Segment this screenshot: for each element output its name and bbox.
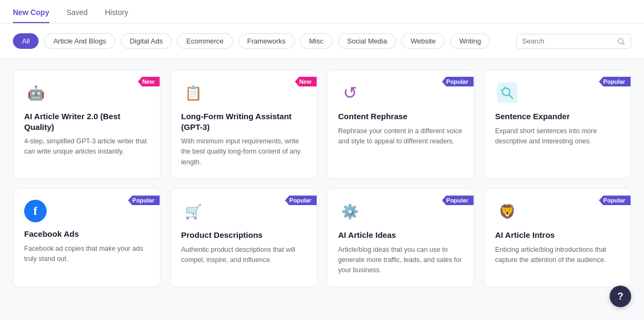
card-ai-article-intros[interactable]: 🦁 Popular AI Article Intros Enticing art… [484,188,632,287]
filter-chip-website[interactable]: Website [401,33,445,49]
card-icon-rephrase: ↺ [338,81,362,105]
tab-saved[interactable]: Saved [67,8,88,23]
card-long-form-writing[interactable]: 📋 New Long-Form Writing Assistant (GPT-3… [170,70,318,179]
card-icon-facebook: f [24,200,47,222]
card-title-8: AI Article Intros [495,230,620,241]
card-desc-7: Article/blog ideas that you can use to g… [338,245,463,276]
card-facebook-ads[interactable]: f Popular Facebook Ads Facebook ad copie… [13,188,160,287]
card-icon-cart: 🛒 [181,200,205,223]
badge-popular-5: Popular [128,195,160,205]
tab-history[interactable]: History [105,8,128,23]
card-desc-3: Rephrase your content in a different voi… [338,126,463,147]
card-desc-4: Expand short sentences into more descrip… [495,126,620,147]
card-ai-article-writer[interactable]: 🤖 New AI Article Writer 2.0 (Best Qualit… [13,70,160,179]
badge-popular-6: Popular [285,195,317,205]
badge-new-2: New [295,77,317,86]
badge-popular-3: Popular [442,77,474,86]
card-icon-writing: 📋 [181,81,205,105]
card-sentence-expander[interactable]: Popular Sentence Expander Expand short s… [484,70,632,179]
search-icon [617,37,625,46]
card-desc-1: 4-step, simplified GPT-3 article writer … [24,136,149,157]
card-product-descriptions[interactable]: 🛒 Popular Product Descriptions Authentic… [170,188,318,287]
svg-line-1 [623,43,625,45]
badge-popular-7: Popular [442,195,474,205]
svg-point-0 [618,38,623,43]
card-title-2: Long-Form Writing Assistant (GPT-3) [181,111,306,132]
filter-chip-misc[interactable]: Misc [300,33,333,49]
filter-chip-writing[interactable]: Writing [450,33,490,49]
badge-popular-4: Popular [599,77,631,86]
card-content-rephrase[interactable]: ↺ Popular Content Rephrase Rephrase your… [327,70,474,179]
tab-new-copy[interactable]: New Copy [13,8,49,23]
card-ai-article-ideas[interactable]: ⚙️ Popular AI Article Ideas Article/blog… [327,188,474,287]
card-title-4: Sentence Expander [495,111,620,122]
badge-new-1: New [138,77,160,86]
card-desc-8: Enticing article/blog introductions that… [495,245,620,266]
search-wrapper [516,34,631,49]
card-title-1: AI Article Writer 2.0 (Best Quality) [24,111,149,132]
card-desc-2: With minimum input requirements, write t… [181,136,306,168]
filter-bar: All Article And Blogs Digital Ads Ecomme… [0,24,644,59]
navigation: New Copy Saved History [0,0,644,24]
badge-popular-8: Popular [599,195,631,205]
search-input[interactable] [522,37,613,45]
filter-chip-all[interactable]: All [13,33,39,49]
svg-rect-2 [497,83,517,103]
card-title-3: Content Rephrase [338,111,463,122]
card-title-7: AI Article Ideas [338,230,463,241]
card-desc-6: Authentic product descriptions that will… [181,245,306,266]
cards-grid: 🤖 New AI Article Writer 2.0 (Best Qualit… [0,59,644,298]
card-icon-robot: 🤖 [24,81,48,105]
card-desc-5: Facebook ad copies that make your ads tr… [24,244,149,265]
card-title-5: Facebook Ads [24,229,149,239]
card-icon-expand [495,81,519,105]
filter-chip-digital-ads[interactable]: Digital Ads [121,33,172,49]
filter-chip-frameworks[interactable]: Frameworks [238,33,295,49]
card-icon-ideas: ⚙️ [338,200,362,223]
card-title-6: Product Descriptions [181,230,306,241]
filter-chip-ecommerce[interactable]: Ecommerce [177,33,232,49]
filter-chip-article-blogs[interactable]: Article And Blogs [44,33,115,49]
filter-chip-social-media[interactable]: Social Media [338,33,396,49]
card-icon-intros: 🦁 [495,200,519,223]
